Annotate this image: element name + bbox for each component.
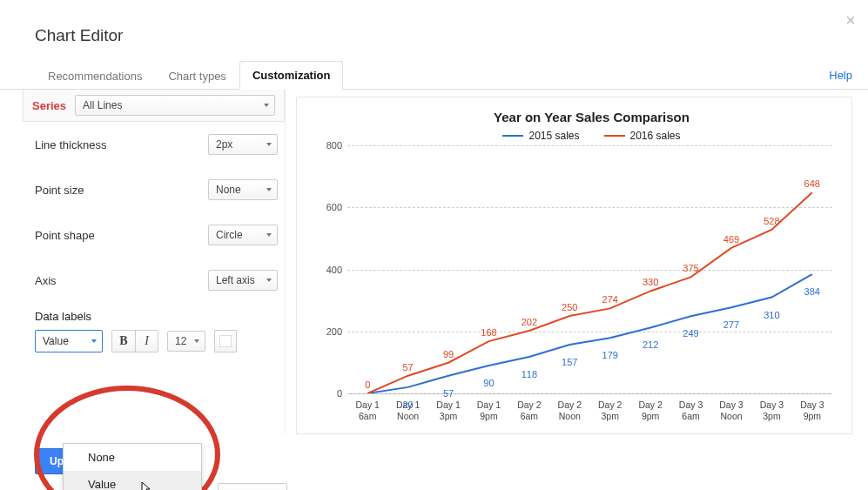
error-bars-select[interactable]: None — [218, 483, 287, 490]
line-thickness-value: 2px — [216, 138, 232, 151]
point-shape-value: Circle — [216, 229, 243, 241]
chart-x-tick: Day 29pm — [630, 399, 670, 422]
legend-label: 2015 sales — [528, 130, 579, 142]
series-scope-value: All Lines — [83, 99, 122, 111]
chart-x-tick: Day 23pm — [590, 399, 630, 422]
line-thickness-select[interactable]: 2px — [208, 134, 278, 155]
chart-data-label: 250 — [562, 302, 577, 312]
chart-data-label: 384 — [804, 286, 820, 297]
point-size-label: Point size — [35, 184, 84, 197]
caret-down-icon — [266, 188, 272, 191]
chart-legend: 2015 sales 2016 sales — [344, 130, 839, 142]
chart-gridline — [347, 393, 832, 394]
italic-button[interactable]: I — [135, 331, 158, 352]
line-thickness-label: Line thickness — [35, 138, 106, 151]
chart-y-tick: 400 — [316, 265, 342, 275]
chart-data-label: 57 — [403, 362, 414, 373]
point-shape-label: Point shape — [35, 229, 95, 242]
chart-x-axis: Day 16amDay 1NoonDay 13pmDay 19pmDay 26a… — [347, 394, 832, 422]
chart-data-label: 20 — [403, 399, 414, 410]
chart-data-label: 157 — [562, 357, 577, 367]
chart-data-label: 330 — [643, 277, 658, 287]
series-section-title: Series — [32, 99, 66, 112]
legend-swatch-icon — [604, 135, 625, 138]
caret-down-icon — [194, 339, 199, 343]
caret-down-icon — [91, 339, 97, 343]
chart-x-tick: Day 2Noon — [549, 399, 589, 422]
chart-data-label: 202 — [521, 317, 537, 327]
label-font-size-select[interactable]: 12 — [167, 331, 205, 352]
chart-data-label: 648 — [804, 178, 820, 189]
caret-down-icon — [266, 279, 272, 282]
point-shape-select[interactable]: Circle — [208, 225, 278, 245]
chart-y-tick: 0 — [316, 388, 342, 399]
tab-recommendations[interactable]: Recommendations — [35, 62, 155, 90]
data-labels-dropdown: None Value — [63, 443, 202, 490]
chart-data-label: 274 — [602, 294, 618, 305]
data-labels-option-value[interactable]: Value — [64, 471, 201, 490]
chart-data-label: 179 — [602, 350, 618, 360]
chart-data-label: 277 — [723, 319, 739, 330]
color-box-icon — [219, 335, 232, 347]
chart-plot-area: 0200400600800205790118157179212249277310… — [347, 145, 832, 394]
chart-x-tick: Day 16am — [347, 399, 387, 422]
bold-italic-group: B I — [111, 330, 158, 352]
caret-down-icon — [264, 104, 269, 107]
chart-title: Year on Year Sales Comparison — [309, 110, 839, 124]
chart-data-label: 0 — [365, 379, 370, 390]
chart-x-tick: Day 36am — [670, 399, 710, 422]
axis-label: Axis — [35, 274, 57, 287]
chart-data-label: 57 — [443, 388, 454, 399]
chart-y-tick: 200 — [316, 326, 342, 337]
chart-data-label: 212 — [643, 339, 658, 350]
chart-data-label: 168 — [481, 327, 496, 338]
chart-x-tick: Day 3Noon — [711, 399, 751, 422]
chart-data-label: 99 — [443, 349, 454, 359]
chart-data-label: 90 — [483, 378, 494, 388]
chart-lines — [347, 145, 832, 393]
chart-y-tick: 800 — [316, 140, 342, 151]
data-labels-option-none[interactable]: None — [64, 444, 201, 471]
chart-data-label: 118 — [521, 369, 537, 379]
caret-down-icon — [266, 143, 272, 146]
chart-data-label: 469 — [723, 234, 739, 245]
label-font-size-value: 12 — [175, 335, 186, 347]
chart-x-tick: Day 13pm — [428, 399, 468, 422]
chart-preview: Year on Year Sales Comparison 2015 sales… — [296, 97, 852, 434]
legend-swatch-icon — [502, 135, 523, 138]
tab-bar: Recommendations Chart types Customizatio… — [0, 61, 868, 90]
caret-down-icon — [266, 233, 272, 237]
legend-item-2015[interactable]: 2015 sales — [502, 130, 579, 142]
tab-chart-types[interactable]: Chart types — [155, 62, 239, 90]
customization-panel: Series All Lines Line thickness 2px Poin… — [16, 90, 286, 434]
axis-value: Left axis — [216, 274, 255, 286]
chart-x-tick: Day 19pm — [468, 399, 508, 422]
chart-x-tick: Day 39pm — [792, 399, 832, 422]
dialog-title: Chart Editor — [0, 0, 868, 45]
chart-y-tick: 600 — [316, 202, 342, 212]
close-icon[interactable]: × — [845, 10, 856, 30]
legend-label: 2016 sales — [630, 130, 681, 142]
chart-x-tick: Day 26am — [509, 399, 549, 422]
chart-data-label: 249 — [683, 328, 698, 339]
axis-select[interactable]: Left axis — [208, 270, 278, 291]
data-labels-value: Value — [43, 335, 69, 347]
chart-data-label: 310 — [764, 310, 779, 320]
series-scope-select[interactable]: All Lines — [75, 95, 275, 116]
help-link[interactable]: Help — [829, 69, 852, 82]
tab-customization[interactable]: Customization — [239, 61, 344, 90]
chart-data-label: 528 — [764, 216, 779, 226]
label-color-swatch[interactable] — [214, 330, 237, 352]
data-labels-label: Data labels — [35, 310, 278, 330]
legend-item-2016[interactable]: 2016 sales — [604, 130, 681, 142]
point-size-select[interactable]: None — [208, 179, 278, 200]
chart-data-label: 375 — [683, 263, 698, 273]
data-labels-select[interactable]: Value — [35, 330, 103, 352]
bold-button[interactable]: B — [112, 331, 135, 352]
chart-x-tick: Day 33pm — [751, 399, 791, 422]
point-size-value: None — [216, 184, 241, 196]
